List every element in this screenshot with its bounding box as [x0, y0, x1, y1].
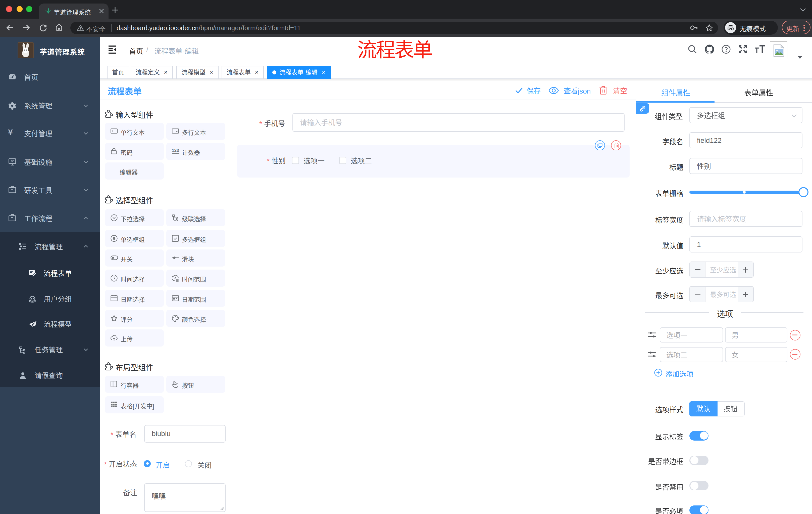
- svg-text:123: 123: [172, 148, 179, 153]
